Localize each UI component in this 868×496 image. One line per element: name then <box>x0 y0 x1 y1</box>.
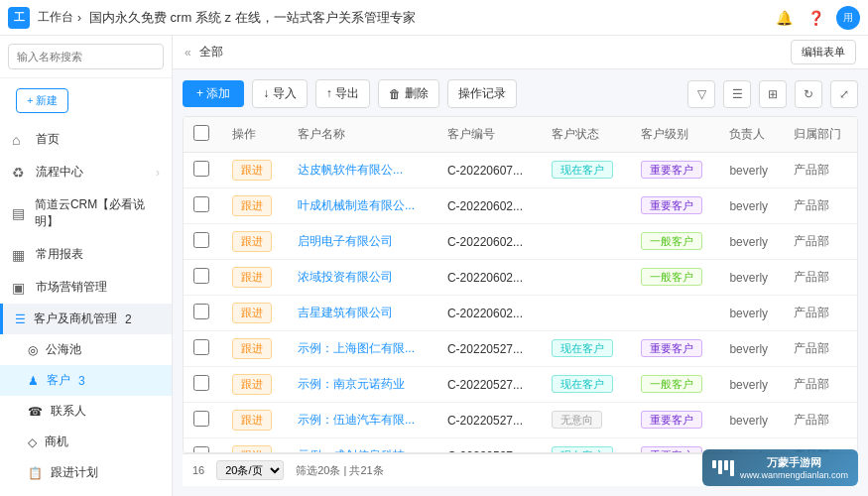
sidebar-item-opportunity[interactable]: ◇ 商机 <box>0 427 172 457</box>
grid-icon[interactable]: ⊞ <box>759 80 787 108</box>
row-dept-4: 产品部 <box>784 296 857 331</box>
tab-bar: « 全部 编辑表单 <box>173 36 868 69</box>
row-checkbox-1[interactable] <box>193 196 209 212</box>
follow-btn-0[interactable]: 跟进 <box>232 160 272 181</box>
row-name-7: 示例：伍迪汽车有限... <box>288 403 437 438</box>
customer-icon: ♟ <box>28 374 39 388</box>
col-dept: 归属部门 <box>784 117 857 153</box>
custom-table-button[interactable]: 编辑表单 <box>791 40 856 64</box>
follow-btn-3[interactable]: 跟进 <box>232 267 272 288</box>
sidebar-label-customer: 客户 <box>47 372 70 389</box>
doc-icon: ▤ <box>12 205 27 221</box>
table-row: 跟进 吉星建筑有限公司 C-20220602... beverly 产品部 <box>184 296 857 331</box>
row-status-5: 现在客户 <box>542 331 631 367</box>
row-checkbox-8[interactable] <box>193 446 209 453</box>
row-checkbox-5[interactable] <box>193 339 209 355</box>
follow-btn-7[interactable]: 跟进 <box>232 410 272 431</box>
expand-icon[interactable]: ⤢ <box>830 80 858 108</box>
sidebar-item-followup-log[interactable]: 📝 跟进记录 <box>0 488 172 496</box>
add-button[interactable]: + 添加 <box>183 80 244 107</box>
table-row: 跟进 示例：南京元诺药业 C-20220527... 现在客户 一般客户 bev… <box>184 367 857 403</box>
sidebar-item-crm-intro[interactable]: ▤ 简道云CRM【必看说明】 <box>0 188 172 238</box>
select-all-checkbox[interactable] <box>193 125 209 141</box>
delete-button[interactable]: 🗑 删除 <box>378 79 439 108</box>
export-button[interactable]: ↑ 导出 <box>315 79 370 108</box>
workspace-label[interactable]: 工作台 <box>38 9 73 26</box>
tab-arrows[interactable]: « <box>185 46 191 60</box>
refresh-icon[interactable]: ↻ <box>795 80 822 108</box>
sidebar-item-customer-mgmt[interactable]: ☰ 客户及商机管理 2 <box>0 304 172 334</box>
toolbar: + 添加 ↓ 导入 ↑ 导出 🗑 删除 操作记录 ▽ ☰ ⊞ ↻ ⤢ <box>183 79 858 108</box>
row-checkbox-2[interactable] <box>193 232 209 248</box>
log-button[interactable]: 操作记录 <box>447 79 517 108</box>
follow-btn-8[interactable]: 跟进 <box>232 445 272 453</box>
row-name-5: 示例：上海图仁有限... <box>288 331 437 367</box>
content-area: + 添加 ↓ 导入 ↑ 导出 🗑 删除 操作记录 ▽ ☰ ⊞ ↻ ⤢ <box>173 69 868 496</box>
follow-btn-1[interactable]: 跟进 <box>232 195 272 216</box>
sidebar-item-market[interactable]: ▣ 市场营销管理 <box>0 271 172 304</box>
watermark-site: www.wanmengdianlan.com <box>740 470 848 480</box>
filter-info: 筛选20条 | 共21条 <box>296 463 383 478</box>
sidebar-item-followup-plan[interactable]: 📋 跟进计划 <box>0 457 172 488</box>
row-owner-1: beverly <box>719 188 783 224</box>
follow-btn-2[interactable]: 跟进 <box>232 231 272 252</box>
home-icon: ⌂ <box>12 132 28 148</box>
sidebar-item-public-sea[interactable]: ◎ 公海池 <box>0 334 172 365</box>
row-status-1 <box>542 188 631 224</box>
row-owner-7: beverly <box>719 403 783 438</box>
col-owner: 负责人 <box>719 117 783 153</box>
row-name-4: 吉星建筑有限公司 <box>288 296 437 331</box>
row-dept-5: 产品部 <box>784 331 857 367</box>
row-name-6: 示例：南京元诺药业 <box>288 367 437 403</box>
row-owner-2: beverly <box>719 224 783 260</box>
row-checkbox-0[interactable] <box>193 161 209 177</box>
import-button[interactable]: ↓ 导入 <box>252 79 307 108</box>
notification-icon[interactable]: 🔔 <box>773 7 795 29</box>
row-dept-0: 产品部 <box>784 153 857 188</box>
row-status-2 <box>542 224 631 260</box>
plan-icon: 📋 <box>28 466 43 480</box>
sidebar-search-input[interactable] <box>8 44 164 69</box>
row-name-3: 浓域投资有限公司 <box>288 260 437 296</box>
page-size-dropdown[interactable]: 20条/页 50条/页 <box>216 460 284 480</box>
row-dept-6: 产品部 <box>784 367 857 403</box>
row-status-0: 现在客户 <box>542 153 631 188</box>
row-level-2: 一般客户 <box>631 224 720 260</box>
row-level-4 <box>631 296 720 331</box>
topbar-nav: 工作台 › <box>38 9 81 26</box>
topbar: 工 工作台 › 国内永久免费 crm 系统 z 在线，一站式客户关系管理专家 🔔… <box>0 0 868 36</box>
sidebar-item-flow[interactable]: ♻ 流程中心 › <box>0 156 172 188</box>
topbar-title: 国内永久免费 crm 系统 z 在线，一站式客户关系管理专家 <box>89 9 765 27</box>
avatar[interactable]: 用 <box>836 6 860 30</box>
row-checkbox-3[interactable] <box>193 268 209 284</box>
table-row: 跟进 示例：伍迪汽车有限... C-20220527... 无意向 重要客户 b… <box>184 403 857 438</box>
row-status-4 <box>542 296 631 331</box>
follow-btn-5[interactable]: 跟进 <box>232 338 272 359</box>
follow-btn-4[interactable]: 跟进 <box>232 303 272 323</box>
sidebar-label-customer-mgmt: 客户及商机管理 <box>34 310 117 327</box>
customer-table: 操作 客户名称 客户编号 客户状态 客户级别 负责人 归属部门 跟进 达皮帆软件… <box>184 117 857 453</box>
watermark: 万蒙手游网 www.wanmengdianlan.com <box>702 449 858 486</box>
row-checkbox-6[interactable] <box>193 375 209 391</box>
page-size-select[interactable]: 20条/页 50条/页 <box>216 460 284 480</box>
new-button[interactable]: + 新建 <box>16 88 68 113</box>
row-name-2: 启明电子有限公司 <box>288 224 437 260</box>
sidebar-item-home[interactable]: ⌂ 首页 <box>0 123 172 156</box>
watermark-brand: 万蒙手游网 <box>740 455 848 470</box>
row-status-6: 现在客户 <box>542 367 631 403</box>
follow-btn-6[interactable]: 跟进 <box>232 374 272 395</box>
sidebar-item-reports[interactable]: ▦ 常用报表 <box>0 238 172 271</box>
row-checkbox-4[interactable] <box>193 304 209 319</box>
filter-icon[interactable]: ▽ <box>687 80 715 108</box>
customer-mgmt-icon: ☰ <box>15 312 26 326</box>
flow-arrow-icon: › <box>156 166 160 180</box>
column-icon[interactable]: ☰ <box>723 80 751 108</box>
sidebar-item-contact[interactable]: ☎ 联系人 <box>0 396 172 427</box>
row-checkbox-7[interactable] <box>193 411 209 427</box>
row-code-7: C-20220527... <box>437 403 542 438</box>
tab-all[interactable]: 全部 <box>199 44 223 61</box>
sidebar-item-customer[interactable]: ♟ 客户 3 <box>0 365 172 396</box>
main-content: « 全部 编辑表单 + 添加 ↓ 导入 ↑ 导出 🗑 删除 操作记录 ▽ ☰ ⊞ <box>173 36 868 496</box>
flow-icon: ♻ <box>12 165 28 181</box>
help-icon[interactable]: ❓ <box>805 7 826 29</box>
